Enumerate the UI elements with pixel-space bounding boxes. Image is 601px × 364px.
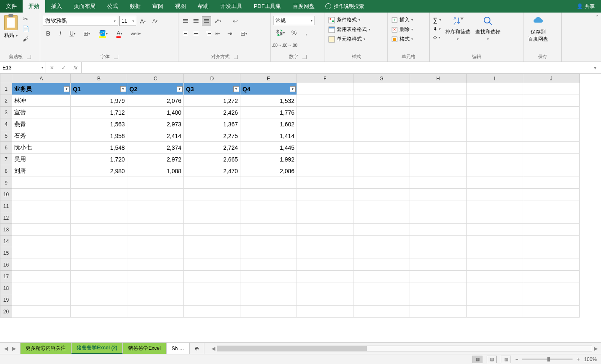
cell-A14[interactable] xyxy=(12,236,71,247)
cell-F20[interactable] xyxy=(297,306,353,318)
cell-B10[interactable] xyxy=(71,189,127,200)
cell-G7[interactable] xyxy=(353,154,410,165)
cell-E1[interactable]: Q4▾ xyxy=(240,83,297,95)
cell-B3[interactable]: 1,712 xyxy=(71,107,127,118)
cell-F15[interactable] xyxy=(297,247,353,259)
expand-formula-button[interactable]: ▾ xyxy=(589,62,601,73)
cell-C13[interactable] xyxy=(127,224,184,236)
tab-pdf[interactable]: PDF工具集 xyxy=(248,0,287,13)
col-header-E[interactable]: E xyxy=(240,74,297,83)
wrap-text-button[interactable]: ↩ xyxy=(230,16,241,26)
row-header-17[interactable]: 17 xyxy=(0,271,12,282)
zoom-in-button[interactable]: + xyxy=(577,356,580,362)
tab-layout[interactable]: 页面布局 xyxy=(68,0,101,13)
cell-F16[interactable] xyxy=(297,259,353,271)
cell-E13[interactable] xyxy=(240,224,297,236)
align-left-button[interactable] xyxy=(181,29,190,38)
tab-view[interactable]: 视图 xyxy=(169,0,192,13)
cell-I12[interactable] xyxy=(467,212,523,224)
cell-H12[interactable] xyxy=(410,212,467,224)
cell-D9[interactable] xyxy=(184,177,240,189)
row-header-15[interactable]: 15 xyxy=(0,247,12,259)
cell-I8[interactable] xyxy=(467,165,523,177)
cell-C2[interactable]: 2,076 xyxy=(127,95,184,107)
tab-data[interactable]: 数据 xyxy=(124,0,147,13)
row-header-1[interactable]: 1 xyxy=(0,83,12,95)
confirm-formula-button[interactable]: ✓ xyxy=(58,62,70,73)
cell-J13[interactable] xyxy=(523,224,580,236)
row-header-9[interactable]: 9 xyxy=(0,177,12,189)
cell-D15[interactable] xyxy=(184,247,240,259)
tell-me-search[interactable]: 操作说明搜索 xyxy=(320,0,369,13)
row-header-20[interactable]: 20 xyxy=(0,306,12,318)
row-header-6[interactable]: 6 xyxy=(0,142,12,154)
cell-J16[interactable] xyxy=(523,259,580,271)
zoom-out-button[interactable]: − xyxy=(515,356,518,362)
bold-button[interactable]: B xyxy=(43,28,54,38)
cell-B12[interactable] xyxy=(71,212,127,224)
grow-font-button[interactable]: A▴ xyxy=(137,16,148,26)
cell-F17[interactable] xyxy=(297,271,353,282)
cell-D14[interactable] xyxy=(184,236,240,247)
cell-G4[interactable] xyxy=(353,118,410,130)
cell-I3[interactable] xyxy=(467,107,523,118)
cell-F14[interactable] xyxy=(297,236,353,247)
phonetic-button[interactable]: wén▾ xyxy=(128,28,143,38)
row-header-11[interactable]: 11 xyxy=(0,200,12,212)
cell-F2[interactable] xyxy=(297,95,353,107)
cell-B11[interactable] xyxy=(71,200,127,212)
cell-H2[interactable] xyxy=(410,95,467,107)
normal-view-button[interactable]: ▦ xyxy=(472,356,482,363)
cell-G10[interactable] xyxy=(353,189,410,200)
cell-D5[interactable]: 2,275 xyxy=(184,130,240,142)
cell-J6[interactable] xyxy=(523,142,580,154)
sheet-nav-next[interactable]: ▶ xyxy=(12,346,16,351)
cell-H20[interactable] xyxy=(410,306,467,318)
border-button[interactable]: ⊞ ▾ xyxy=(79,28,94,38)
cell-F3[interactable] xyxy=(297,107,353,118)
cell-J4[interactable] xyxy=(523,118,580,130)
cell-I20[interactable] xyxy=(467,306,523,318)
cell-B6[interactable]: 1,548 xyxy=(71,142,127,154)
cell-I4[interactable] xyxy=(467,118,523,130)
page-layout-view-button[interactable]: ▤ xyxy=(487,356,497,363)
row-header-7[interactable]: 7 xyxy=(0,154,12,165)
cell-B19[interactable] xyxy=(71,294,127,306)
cell-I18[interactable] xyxy=(467,282,523,294)
cell-H1[interactable] xyxy=(410,83,467,95)
row-header-18[interactable]: 18 xyxy=(0,282,12,294)
cell-F10[interactable] xyxy=(297,189,353,200)
cell-F13[interactable] xyxy=(297,224,353,236)
cell-J12[interactable] xyxy=(523,212,580,224)
filter-button[interactable]: ▾ xyxy=(64,86,70,92)
select-all-corner[interactable] xyxy=(0,74,12,83)
cut-button[interactable]: ✂ xyxy=(21,14,30,23)
cell-H5[interactable] xyxy=(410,130,467,142)
row-header-5[interactable]: 5 xyxy=(0,130,12,142)
fill-button[interactable]: ⬇▾ xyxy=(432,26,442,32)
cell-C19[interactable] xyxy=(127,294,184,306)
cell-H19[interactable] xyxy=(410,294,467,306)
clear-button[interactable]: ◇▾ xyxy=(432,34,442,41)
cell-A8[interactable]: 刘唐 xyxy=(12,165,71,177)
cell-C14[interactable] xyxy=(127,236,184,247)
cell-H11[interactable] xyxy=(410,200,467,212)
cell-E6[interactable]: 1,445 xyxy=(240,142,297,154)
page-break-view-button[interactable]: ▧ xyxy=(501,356,511,363)
cell-A6[interactable]: 阮小七 xyxy=(12,142,71,154)
align-right-button[interactable] xyxy=(202,29,211,38)
cell-A5[interactable]: 石秀 xyxy=(12,130,71,142)
row-header-4[interactable]: 4 xyxy=(0,118,12,130)
cell-E20[interactable] xyxy=(240,306,297,318)
cell-G15[interactable] xyxy=(353,247,410,259)
sheet-tab-0[interactable]: 更多精彩内容关注 xyxy=(20,343,71,354)
cell-E11[interactable] xyxy=(240,200,297,212)
cell-F11[interactable] xyxy=(297,200,353,212)
cell-G5[interactable] xyxy=(353,130,410,142)
col-header-I[interactable]: I xyxy=(467,74,523,83)
cell-J11[interactable] xyxy=(523,200,580,212)
cell-D12[interactable] xyxy=(184,212,240,224)
cell-F9[interactable] xyxy=(297,177,353,189)
cell-H8[interactable] xyxy=(410,165,467,177)
cell-B18[interactable] xyxy=(71,282,127,294)
